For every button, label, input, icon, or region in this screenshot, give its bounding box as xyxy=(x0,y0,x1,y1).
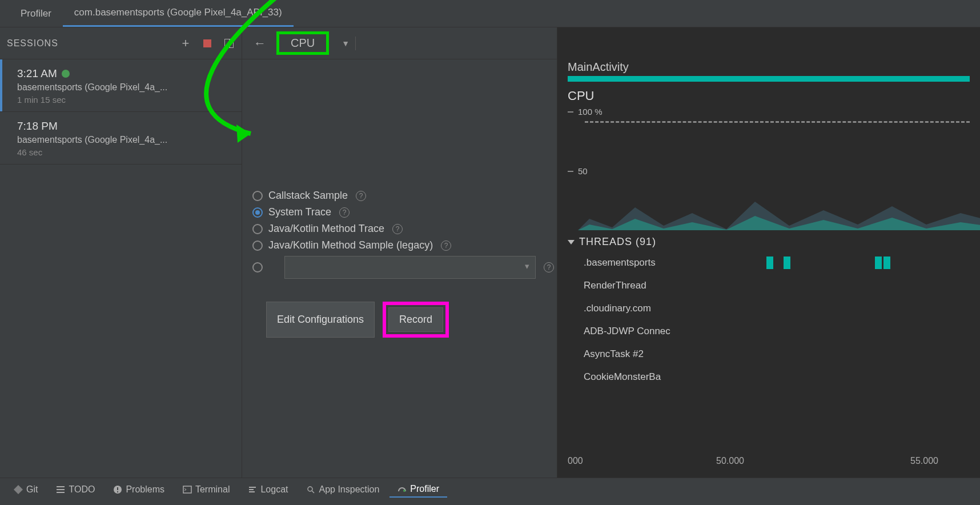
session-name-label: basementsports (Google Pixel_4a_... xyxy=(17,135,232,145)
radio-icon xyxy=(252,241,263,251)
bottom-tab-profiler[interactable]: Profiler xyxy=(389,482,447,498)
svg-rect-4 xyxy=(57,489,65,490)
y-axis-100-label: 100 % xyxy=(578,107,603,117)
svg-rect-12 xyxy=(249,491,255,492)
radio-label: Java/Kotlin Method Trace xyxy=(268,223,384,235)
svg-rect-10 xyxy=(249,487,256,488)
y-axis-50-label: 50 xyxy=(578,166,588,176)
svg-point-13 xyxy=(308,487,312,491)
tab-session[interactable]: com.basementsports (Google Pixel_4a_API_… xyxy=(63,0,294,27)
git-icon xyxy=(14,485,23,494)
thread-activity-bars xyxy=(698,300,980,317)
session-time-label: 3:21 AM xyxy=(17,67,57,80)
radio-label: Java/Kotlin Method Sample (legacy) xyxy=(268,239,433,251)
svg-line-14 xyxy=(312,491,314,493)
help-icon[interactable]: ? xyxy=(356,191,366,201)
radio-icon xyxy=(252,207,263,218)
annotation-highlight: Record xyxy=(383,302,449,338)
axis-tick-icon xyxy=(568,111,573,113)
warning-icon xyxy=(113,485,122,494)
cpu-chart-area[interactable]: 50 xyxy=(578,126,970,230)
back-arrow-icon[interactable]: ← xyxy=(249,36,271,51)
chevron-down-icon[interactable]: ▼ xyxy=(342,39,350,48)
cpu-dropdown-label[interactable]: CPU xyxy=(276,31,329,55)
cpu-usage-chart xyxy=(578,185,980,230)
inspection-icon xyxy=(306,485,315,494)
radio-system-trace[interactable]: System Trace ? xyxy=(249,206,557,218)
help-icon[interactable]: ? xyxy=(441,241,451,251)
add-session-icon[interactable] xyxy=(180,38,191,49)
help-icon[interactable]: ? xyxy=(392,224,403,234)
session-time-label: 7:18 PM xyxy=(17,120,58,133)
thread-row[interactable]: CookieMonsterBa xyxy=(584,366,980,388)
thread-name-label: CookieMonsterBa xyxy=(584,371,698,383)
session-item[interactable]: 3:21 AM basementsports (Google Pixel_4a_… xyxy=(0,59,242,112)
radio-icon xyxy=(252,262,263,272)
radio-method-trace[interactable]: Java/Kotlin Method Trace ? xyxy=(249,223,557,235)
session-name-label: basementsports (Google Pixel_4a_... xyxy=(17,82,232,93)
activity-label: MainActivity xyxy=(568,61,970,74)
thread-activity-bars xyxy=(698,368,980,386)
bottom-tab-logcat[interactable]: Logcat xyxy=(240,482,296,497)
radio-callstack-sample[interactable]: Callstack Sample ? xyxy=(249,190,557,202)
svg-rect-5 xyxy=(57,492,65,493)
thread-activity-bars xyxy=(698,323,980,340)
activity-timeline-bar xyxy=(568,76,970,82)
time-tick-label: 000 xyxy=(568,456,583,466)
svg-rect-11 xyxy=(249,489,254,490)
thread-activity-bars xyxy=(698,277,980,294)
bottom-tab-app-inspection[interactable]: App Inspection xyxy=(298,482,387,497)
radio-custom-config[interactable]: ? xyxy=(249,256,557,279)
axis-tick-icon xyxy=(568,171,573,172)
profiler-icon xyxy=(397,484,407,494)
cpu-timeline-panel[interactable]: MainActivity CPU 100 % 50 xyxy=(557,27,980,478)
bottom-tab-git[interactable]: Git xyxy=(6,482,46,497)
session-duration-label: 46 sec xyxy=(17,147,232,157)
sessions-title: SESSIONS xyxy=(7,38,58,49)
thread-activity-bars xyxy=(698,346,980,363)
record-button[interactable]: Record xyxy=(388,307,443,332)
threads-header[interactable]: THREADS (91) xyxy=(568,236,980,248)
radio-icon xyxy=(252,191,263,201)
stop-session-icon[interactable] xyxy=(202,38,213,49)
thread-row[interactable]: .cloudinary.com xyxy=(584,297,980,320)
list-icon xyxy=(56,485,65,494)
thread-name-label: .basementsports xyxy=(584,257,698,268)
time-tick-label: 50.000 xyxy=(716,456,744,466)
bottom-tab-terminal[interactable]: Terminal xyxy=(175,482,238,497)
divider xyxy=(355,37,356,50)
panels-icon[interactable] xyxy=(223,38,235,49)
chevron-down-icon xyxy=(568,240,575,245)
thread-name-label: ADB-JDWP Connec xyxy=(584,326,698,337)
radio-label: System Trace xyxy=(268,206,331,218)
thread-name-label: .cloudinary.com xyxy=(584,303,698,314)
thread-row[interactable]: RenderThread xyxy=(584,274,980,297)
sessions-panel: SESSIONS 3:21 AM basementsports (Google … xyxy=(0,27,242,478)
session-item[interactable]: 7:18 PM basementsports (Google Pixel_4a_… xyxy=(0,112,242,165)
svg-point-15 xyxy=(403,490,405,492)
custom-config-select[interactable] xyxy=(284,256,536,279)
edit-configurations-button[interactable]: Edit Configurations xyxy=(266,302,375,338)
tab-bar: Profiler com.basementsports (Google Pixe… xyxy=(0,0,980,27)
active-dot-icon xyxy=(62,70,70,78)
tab-profiler[interactable]: Profiler xyxy=(9,1,63,26)
thread-activity-bars xyxy=(698,254,980,271)
thread-row[interactable]: .basementsports xyxy=(584,251,980,274)
radio-method-sample[interactable]: Java/Kotlin Method Sample (legacy) ? xyxy=(249,239,557,251)
bottom-tab-todo[interactable]: TODO xyxy=(48,482,103,497)
cpu-chart-title: CPU xyxy=(568,89,970,103)
time-tick-label: 55.000 xyxy=(910,456,938,466)
svg-rect-7 xyxy=(117,487,118,490)
thread-row[interactable]: AsyncTask #2 xyxy=(584,343,980,366)
terminal-icon xyxy=(183,485,192,494)
radio-icon xyxy=(252,224,263,234)
thread-row[interactable]: ADB-JDWP Connec xyxy=(584,320,980,343)
radio-label: Callstack Sample xyxy=(268,190,348,202)
help-icon[interactable]: ? xyxy=(339,207,350,218)
svg-rect-3 xyxy=(57,486,65,487)
bottom-tab-problems[interactable]: Problems xyxy=(105,482,172,497)
thread-name-label: AsyncTask #2 xyxy=(584,348,698,360)
y-axis-gridline xyxy=(585,121,970,123)
help-icon[interactable]: ? xyxy=(544,262,554,272)
threads-title-label: THREADS (91) xyxy=(579,236,656,248)
